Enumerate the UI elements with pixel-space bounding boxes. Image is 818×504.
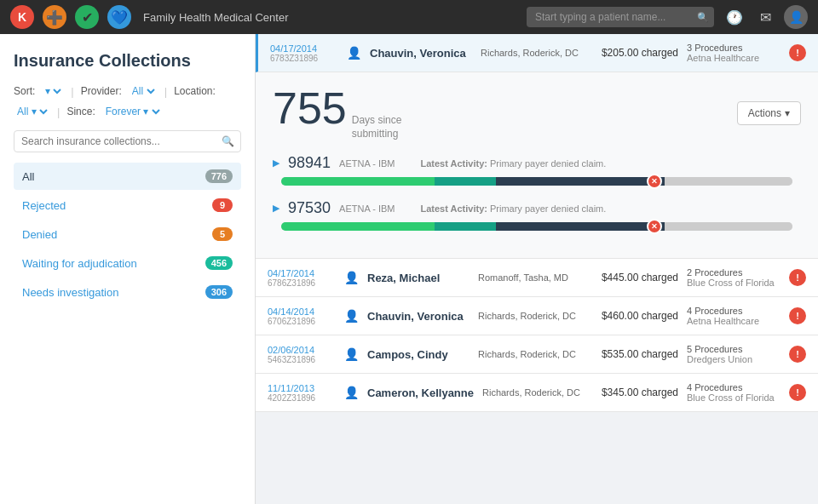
progress-gray-2 <box>665 222 792 231</box>
progress-x-marker-2: ✕ <box>647 219 662 234</box>
nav-icon-blue[interactable]: 💙 <box>107 5 131 29</box>
progress-teal-1 <box>435 177 496 186</box>
badge-all: 776 <box>205 169 233 183</box>
provider-label: Provider: <box>81 85 122 97</box>
sidebar-label-investigation: Needs investigation <box>22 286 118 299</box>
patient-date-id-0: 04/17/2014 6786Z31896 <box>268 268 336 288</box>
page-title: Insurance Collections <box>14 51 241 71</box>
nav-icon-orange[interactable]: ➕ <box>43 5 66 29</box>
sidebar-item-investigation[interactable]: Needs investigation 306 <box>14 278 241 306</box>
actions-label: Actions <box>748 107 781 119</box>
messages-icon[interactable]: ✉ <box>753 5 777 29</box>
sidebar-item-all[interactable]: All 776 <box>14 163 241 190</box>
topnav: K ➕ ✔ 💙 Family Health Medical Center 🕐 ✉… <box>0 0 818 34</box>
procedures-info-0: 2 Procedures Blue Cross of Florida <box>687 267 781 288</box>
claim-payer-1: AETNA - IBM <box>339 158 395 169</box>
filter-divider-3: | <box>57 106 60 118</box>
filter-divider-1: | <box>71 85 73 98</box>
proc-count-3: 4 Procedures <box>687 382 781 392</box>
patient-date-id-3: 11/11/2013 4202Z31896 <box>268 383 336 403</box>
provider-select[interactable]: All <box>129 84 158 98</box>
sidebar-item-denied[interactable]: Denied 5 <box>14 220 241 248</box>
patient-date-id-2: 02/06/2014 5463Z31896 <box>268 345 336 364</box>
since-label: Since: <box>66 106 95 117</box>
collections-search-input[interactable] <box>14 130 241 152</box>
charged-1: $460.00 charged <box>602 310 678 322</box>
sort-select[interactable]: ▾ <box>42 84 64 98</box>
patient-row[interactable]: 04/17/2014 6786Z31896 👤 Reza, Michael Ro… <box>256 259 818 297</box>
claim-expand-icon-2[interactable]: ▶ <box>273 203 279 214</box>
patient-date: 04/17/2014 <box>270 43 338 54</box>
user-avatar[interactable]: 👤 <box>784 5 808 29</box>
days-count: 755 Days since submitting <box>273 86 401 140</box>
name-2: Campos, Cindy <box>367 348 469 361</box>
history-icon[interactable]: 🕐 <box>723 5 746 29</box>
claim-activity-2: Latest Activity: Primary payer denied cl… <box>420 203 606 214</box>
selected-patient-row[interactable]: 04/17/2014 6783Z31896 👤 Chauvin, Veronic… <box>256 34 818 72</box>
id-0: 6786Z31896 <box>268 278 336 288</box>
badge-denied: 5 <box>212 227 233 241</box>
claim-expand-icon-1[interactable]: ▶ <box>273 158 279 169</box>
id-2: 5463Z31896 <box>268 355 336 364</box>
name-3: Cameron, Kellyanne <box>367 387 474 399</box>
selected-patient-name: Chauvin, Veronica <box>370 47 472 60</box>
progress-dark-2 <box>496 222 665 231</box>
progress-bar-1: ✕ <box>281 177 792 186</box>
topnav-right-icons: 🕐 ✉ 👤 <box>723 5 808 29</box>
actions-button[interactable]: Actions ▾ <box>737 101 801 125</box>
person-icon-1: 👤 <box>344 309 359 323</box>
nav-icon-green[interactable]: ✔ <box>75 5 99 29</box>
badge-waiting: 456 <box>205 256 233 270</box>
claim-number-2: 97530 <box>288 199 331 217</box>
date-3: 11/11/2013 <box>268 383 336 393</box>
provider-1: Richards, Roderick, DC <box>478 311 593 321</box>
alert-icon-0: ! <box>789 269 806 286</box>
charged-3: $345.00 charged <box>602 387 678 398</box>
insurer-2: Dredgers Union <box>687 354 781 364</box>
patient-person-icon: 👤 <box>347 46 361 60</box>
patient-search-input[interactable] <box>527 7 714 27</box>
progress-dark-1 <box>496 177 665 186</box>
selected-patient-procedures: 3 Procedures Aetna Healthcare <box>687 43 781 63</box>
alert-icon-1: ! <box>789 307 806 324</box>
charged-0: $445.00 charged <box>602 272 678 284</box>
provider-3: Richards, Roderick, DC <box>482 387 593 398</box>
content-area: 04/17/2014 6783Z31896 👤 Chauvin, Veronic… <box>256 34 818 504</box>
id-1: 6706Z31896 <box>268 317 336 326</box>
patient-row[interactable]: 04/14/2014 6706Z31896 👤 Chauvin, Veronic… <box>256 297 818 335</box>
proc-count-1: 4 Procedures <box>687 306 781 316</box>
selected-patient-charged: $205.00 charged <box>602 47 678 59</box>
location-label: Location: <box>174 85 216 97</box>
patient-row[interactable]: 02/06/2014 5463Z31896 👤 Campos, Cindy Ri… <box>256 335 818 374</box>
patient-row[interactable]: 11/11/2013 4202Z31896 👤 Cameron, Kellyan… <box>256 374 818 412</box>
sidebar-label-rejected: Rejected <box>22 199 66 212</box>
sidebar-label-all: All <box>22 170 34 183</box>
person-icon-0: 👤 <box>344 271 359 284</box>
sidebar-item-rejected[interactable]: Rejected 9 <box>14 192 241 219</box>
insurer-3: Blue Cross of Florida <box>687 392 781 403</box>
sidebar-item-waiting[interactable]: Waiting for adjudication 456 <box>14 249 241 277</box>
proc-count-0: 2 Procedures <box>687 267 781 278</box>
expanded-panel: 755 Days since submitting Actions ▾ ▶ 98… <box>256 72 818 259</box>
procedures-info-3: 4 Procedures Blue Cross of Florida <box>687 382 781 403</box>
id-3: 4202Z31896 <box>268 393 336 403</box>
patient-id: 6783Z31896 <box>270 54 338 63</box>
sidebar-label-denied: Denied <box>22 228 57 241</box>
person-icon-2: 👤 <box>344 347 359 361</box>
sidebar: Insurance Collections Sort: ▾ | Provider… <box>0 34 256 504</box>
claim-payer-2: AETNA - IBM <box>339 203 395 214</box>
since-select[interactable]: Forever ▾ <box>102 105 163 118</box>
progress-green-1 <box>281 177 435 186</box>
claim-number-1: 98941 <box>288 154 331 172</box>
claim-activity-1: Latest Activity: Primary payer denied cl… <box>420 158 606 169</box>
insurer-0: Blue Cross of Florida <box>687 278 781 288</box>
provider-2: Richards, Roderick, DC <box>478 349 593 359</box>
badge-investigation: 306 <box>205 285 233 299</box>
progress-bar-2: ✕ <box>281 222 792 231</box>
app-title: Family Health Medical Center <box>143 11 518 24</box>
alert-icon: ! <box>789 44 806 61</box>
location-select[interactable]: All ▾ <box>14 105 50 118</box>
date-1: 04/14/2014 <box>268 306 336 317</box>
procedures-info-1: 4 Procedures Aetna Healthcare <box>687 306 781 326</box>
sidebar-nav: All 776 Rejected 9 Denied 5 Waiting for … <box>14 163 241 306</box>
